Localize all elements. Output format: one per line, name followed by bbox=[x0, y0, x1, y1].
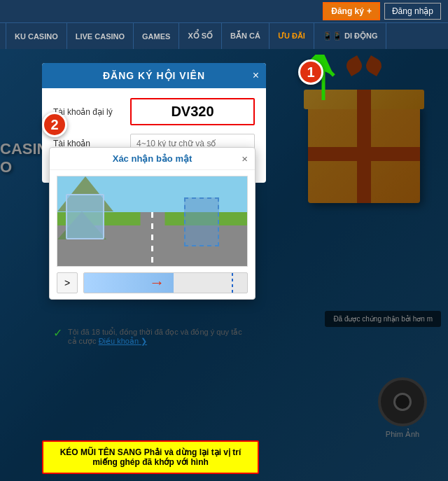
terms-row: ✓ Tôi đã 18 tuổi, đồng thời đã đọc và đồ… bbox=[42, 328, 259, 346]
register-label: Đăng ký bbox=[331, 6, 364, 16]
instruction-bar: KÉO MŨI TÊN SANG Phải và dừng lại tại vị… bbox=[42, 440, 259, 474]
login-label: Đăng nhập bbox=[392, 6, 433, 16]
puzzle-background bbox=[57, 176, 247, 266]
slider-button[interactable]: > bbox=[57, 272, 78, 293]
nav-bar: KU CASINO LIVE CASINO GAMES XỔ SỐ BẮN CÁ… bbox=[0, 22, 448, 49]
captcha-title: Xác nhận bảo mật bbox=[113, 153, 192, 164]
nav-live-casino[interactable]: LIVE CASINO bbox=[67, 23, 134, 49]
register-button[interactable]: Đăng ký + bbox=[323, 2, 380, 20]
captcha-close-button[interactable]: × bbox=[241, 153, 248, 165]
puzzle-hole bbox=[184, 197, 219, 246]
check-icon: ✓ bbox=[53, 326, 62, 340]
nav-games[interactable]: GAMES bbox=[134, 23, 179, 49]
agent-input[interactable]: DV320 bbox=[130, 98, 255, 125]
modal-close-button[interactable]: × bbox=[253, 69, 259, 82]
road bbox=[140, 212, 164, 266]
nav-uu-dai[interactable]: ƯU ĐÃI bbox=[270, 23, 314, 49]
modal-header: ĐĂNG KÝ HỘI VIÊN × bbox=[42, 63, 266, 88]
instruction-text: KÉO MŨI TÊN SANG Phải và dừng lại tại vị… bbox=[60, 447, 241, 467]
terms-text: Tôi đã 18 tuổi, đồng thời đã đọc và đồng… bbox=[68, 328, 248, 346]
captcha-header: Xác nhận bảo mật × bbox=[50, 148, 255, 170]
nav-di-dong[interactable]: 📱 📱 DI ĐỘNG bbox=[314, 23, 387, 49]
road-center-line bbox=[151, 212, 153, 266]
login-button[interactable]: Đăng nhập bbox=[384, 3, 441, 20]
nav-xo-so[interactable]: XỔ SỐ bbox=[179, 23, 222, 49]
terms-link[interactable]: Điều khoản ❯ bbox=[99, 337, 147, 345]
slider-arrow-icon: → bbox=[149, 274, 164, 292]
agent-account-row: Tài khoản đại lý DV320 bbox=[53, 98, 255, 125]
slider-area: > → bbox=[57, 272, 248, 293]
captcha-image bbox=[57, 176, 248, 267]
slider-track[interactable]: → bbox=[83, 272, 248, 293]
nav-ban-ca[interactable]: BẮN CÁ bbox=[222, 23, 270, 49]
mobile-icon: 📱 bbox=[323, 32, 332, 41]
register-plus: + bbox=[367, 6, 372, 16]
puzzle-piece bbox=[66, 194, 104, 239]
slider-dashed-line bbox=[232, 273, 233, 293]
agent-label: Tài khoản đại lý bbox=[53, 107, 130, 117]
badge-2: 2 bbox=[42, 112, 67, 137]
top-bar: Đăng ký + Đăng nhập bbox=[0, 0, 448, 22]
modal-title: ĐĂNG KÝ HỘI VIÊN bbox=[103, 70, 205, 81]
badge-1: 1 bbox=[298, 60, 323, 85]
nav-ku-casino[interactable]: KU CASINO bbox=[6, 23, 67, 49]
captcha-modal: Xác nhận bảo mật × > → bbox=[49, 147, 255, 300]
